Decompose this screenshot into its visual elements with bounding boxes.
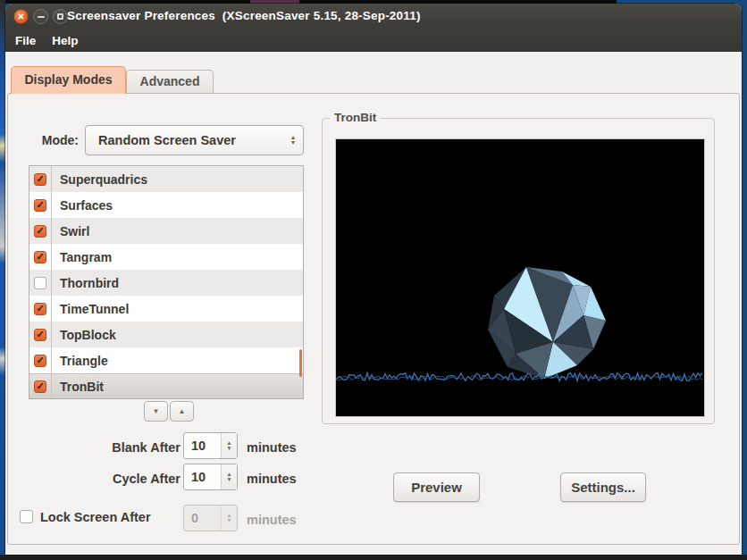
blank-after-unit: minutes: [247, 440, 297, 455]
check-icon: ✓: [36, 200, 44, 210]
list-scrollbar-thumb[interactable]: [299, 349, 302, 377]
lock-screen-checkbox[interactable]: [20, 510, 33, 523]
blank-after-value[interactable]: 10: [184, 433, 221, 458]
preview-button[interactable]: Preview: [393, 472, 480, 502]
saver-name: TronBit: [52, 380, 104, 394]
saver-name: TimeTunnel: [52, 302, 129, 316]
checkbox-checked[interactable]: ✓: [34, 199, 46, 212]
saver-name: Swirl: [52, 224, 89, 238]
mode-selected-value: Random Screen Saver: [86, 133, 283, 147]
combo-arrows-icon: ▲▼: [283, 135, 303, 146]
cycle-after-label: Cycle After: [11, 472, 180, 486]
list-item[interactable]: ✓ Superquadrics: [29, 166, 303, 192]
list-item[interactable]: ✓ Triangle: [29, 347, 303, 373]
saver-name: Tangram: [52, 250, 112, 264]
checkbox-checked[interactable]: ✓: [34, 225, 46, 238]
spinner-arrows-icon: ▲▼: [221, 506, 237, 531]
screensaver-preferences-window: ✕ Screensaver Preferences (XScreenSaver …: [5, 4, 742, 555]
check-icon: ✓: [36, 252, 44, 262]
mode-label: Mode:: [5, 133, 79, 147]
lock-after-value: 0: [184, 506, 221, 531]
checkbox-checked[interactable]: ✓: [34, 173, 46, 186]
tron-waveform: [336, 139, 704, 416]
close-button[interactable]: ✕: [13, 9, 29, 24]
saver-name: Thornbird: [52, 276, 119, 290]
list-item[interactable]: ✓ Surfaces: [29, 192, 303, 218]
check-icon: ✓: [36, 355, 44, 365]
blank-after-spinner[interactable]: 10 ▲▼: [183, 432, 238, 459]
settings-button[interactable]: Settings...: [560, 472, 646, 502]
saver-name: Superquadrics: [52, 172, 147, 187]
titlebar[interactable]: ✕ Screensaver Preferences (XScreenSaver …: [5, 4, 742, 29]
check-icon: ✓: [36, 226, 44, 236]
list-item[interactable]: ✓ Swirl: [29, 218, 303, 244]
spinner-arrows-icon[interactable]: ▲▼: [221, 464, 237, 489]
tab-display-modes[interactable]: Display Modes: [11, 66, 126, 94]
screensaver-list[interactable]: ✓ Superquadrics ✓ Surfaces ✓ Swirl ✓ Tan…: [29, 165, 304, 399]
cycle-after-unit: minutes: [247, 472, 297, 486]
cycle-after-spinner[interactable]: 10 ▲▼: [183, 464, 238, 490]
checkbox-checked[interactable]: ✓: [34, 329, 46, 341]
check-icon: ✓: [36, 330, 44, 339]
desktop: ✕ Screensaver Preferences (XScreenSaver …: [0, 0, 747, 560]
lock-after-unit: minutes: [247, 513, 297, 527]
list-item[interactable]: ✓ Tangram: [29, 244, 303, 270]
tronbit-group-frame: TronBit: [322, 118, 715, 424]
saver-name: Triangle: [52, 354, 108, 368]
close-icon: ✕: [17, 13, 24, 21]
cycle-after-value[interactable]: 10: [184, 464, 221, 489]
check-icon: ✓: [36, 304, 44, 313]
window-header: ✕ Screensaver Preferences (XScreenSaver …: [5, 4, 742, 52]
desktop-edge-bottom: [0, 555, 747, 560]
list-item[interactable]: ✓ TopBlock: [29, 322, 303, 347]
checkbox-checked[interactable]: ✓: [34, 303, 46, 315]
window-title: Screensaver Preferences (XScreenSaver 5.…: [67, 9, 421, 22]
screensaver-preview: [335, 138, 705, 417]
move-down-button[interactable]: ▼: [144, 401, 168, 422]
blank-after-label: Blank After: [11, 440, 180, 455]
saver-name: TopBlock: [52, 328, 116, 342]
check-icon: ✓: [36, 174, 44, 184]
maximize-icon: [57, 13, 63, 20]
lock-after-spinner: 0 ▲▼: [183, 505, 238, 531]
lock-screen-label: Lock Screen After: [40, 510, 151, 524]
minimize-icon: [38, 16, 45, 18]
checkbox-checked[interactable]: ✓: [34, 380, 46, 393]
arrow-down-icon: ▼: [153, 407, 160, 415]
arrow-up-icon: ▲: [179, 407, 186, 415]
saver-name: Surfaces: [52, 198, 113, 213]
checkbox-unchecked[interactable]: [34, 277, 46, 289]
menu-help[interactable]: Help: [45, 31, 85, 50]
checkbox-checked[interactable]: ✓: [34, 355, 46, 367]
minimize-button[interactable]: [33, 9, 48, 24]
list-item[interactable]: ✓ TimeTunnel: [29, 296, 303, 322]
mode-select[interactable]: Random Screen Saver ▲▼: [85, 125, 304, 155]
list-item[interactable]: Thornbird: [29, 270, 303, 296]
menubar: File Help: [5, 29, 742, 52]
check-icon: ✓: [36, 381, 44, 391]
maximize-button[interactable]: [53, 9, 68, 24]
list-item-selected[interactable]: ✓ TronBit: [29, 373, 303, 398]
tab-advanced[interactable]: Advanced: [126, 70, 214, 93]
move-up-button[interactable]: ▲: [170, 401, 194, 422]
tronbit-frame-title: TronBit: [330, 111, 381, 124]
menu-file[interactable]: File: [8, 31, 43, 50]
checkbox-checked[interactable]: ✓: [34, 251, 46, 263]
spinner-arrows-icon[interactable]: ▲▼: [221, 433, 237, 458]
